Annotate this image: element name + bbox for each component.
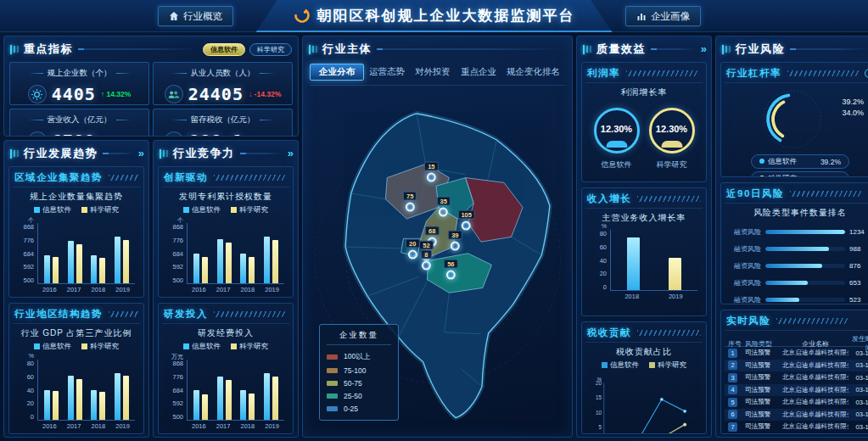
risk-table-row[interactable]: 2司法预警北京启迪卓越科技有限公司03-16 (725, 360, 868, 372)
map-marker[interactable]: 75 (403, 191, 417, 211)
chart-income-growth: 主营业务收入增长率%80604020020182019 (585, 209, 703, 300)
subpanel-title: 收入增长 (587, 193, 631, 205)
divider (651, 48, 696, 50)
top-header: 行业概览 朝阳区科创规上企业大数据监测平台 企业画像 (0, 0, 868, 32)
map-marker[interactable]: 35 (436, 197, 450, 217)
svg-text:%: % (597, 377, 602, 382)
nav-industry-overview[interactable]: 行业概览 (158, 6, 233, 26)
subpanel-profit-rate: 利润率 利润增长率 12.30%信息软件12.30%科学研究 (581, 62, 707, 182)
more-arrow[interactable]: » (288, 149, 292, 158)
panel-title: 重点指标 (24, 42, 73, 57)
divider (103, 153, 133, 154)
leverage-value-1: 39.2% (842, 97, 864, 108)
panel-title: 行业竞争力 (173, 146, 235, 161)
subpanel-innovation: 创新驱动 发明专利累计授权数量信息软件科学研究个8687766845925002… (158, 166, 294, 298)
map-legend-item: 0-25 (327, 402, 391, 415)
panel-title: 质量效益 (596, 42, 646, 57)
nav-left-label: 行业概览 (183, 10, 222, 23)
map-marker[interactable]: 8 (421, 250, 431, 271)
risk-table-row[interactable]: 5司法预警北京启迪卓越科技有限公司03-16 (725, 396, 868, 409)
risk-rank-row: 融资风险988 (726, 240, 868, 257)
panel-title-icon (583, 45, 591, 54)
filter-tag-active[interactable]: 信息软件 (203, 43, 245, 56)
map-legend-items: 100以上75-10050-7525-500-25 (327, 349, 391, 415)
risk-table-row[interactable]: 7司法预警北京启迪卓越科技有限公司03-16 (725, 421, 868, 433)
divider (377, 48, 566, 50)
chart-tax-share: 税收贡献占比信息软件科学研究20151050%2016201720182019 (585, 343, 703, 434)
map-legend-item: 25-50 (327, 389, 391, 402)
chart-risk-ranking: 风险类型事件数量排名融资风险1234融资风险988融资风险876融资风险653融… (725, 204, 868, 304)
risk-table-row[interactable]: 4司法预警北京启迪卓越科技有限公司03-16 (725, 384, 868, 397)
panel-title: 行业风险 (736, 42, 785, 57)
subpanel-title: 区域企业集聚趋势 (14, 171, 103, 184)
more-arrow[interactable]: » (701, 45, 705, 53)
stat-card: 营业收入（亿元）6789↑ 14.32% (9, 109, 149, 137)
tab-规企变化排名[interactable]: 规企变化排名 (501, 64, 565, 80)
subpanel-tax-contribution: 税收贡献 税收贡献占比信息软件科学研究20151050%201620172018… (581, 321, 707, 434)
panel-industry-main: 行业主体 企业分布运营态势对外投资重点企业规企变化排名 (302, 36, 573, 438)
panel-title-icon (160, 149, 168, 159)
tab-企业分布[interactable]: 企业分布 (310, 64, 364, 81)
hatch-decoration (214, 311, 285, 317)
hatch-decoration (787, 70, 859, 76)
hatch-decoration (626, 70, 697, 76)
risk-table-row[interactable]: 3司法预警北京启迪卓越科技有限公司03-16 (725, 371, 868, 384)
key-indicators-header: 重点指标 信息软件科学研究 (4, 36, 298, 59)
risk-rank-row: 融资风险876 (726, 257, 868, 274)
stat-delta: ↓ -14.32% (249, 90, 281, 98)
panel-title-icon (309, 45, 317, 54)
chart-enterprise-cluster: 规上企业数量集聚趋势信息软件科学研究个868776684592500201620… (13, 187, 140, 293)
hatch-decoration (214, 175, 285, 181)
profit-gauge: 12.30%科学研究 (649, 108, 695, 170)
app-title-bar: 朝阳区科创规上企业大数据监测平台 (256, 0, 613, 32)
info-icon[interactable]: i (865, 69, 868, 78)
subpanel-title: 税收贡献 (587, 327, 631, 339)
tab-运营态势[interactable]: 运营态势 (364, 64, 410, 80)
chart-legend: 信息软件科学研究 (585, 359, 703, 373)
stat-value: 666.1 (188, 131, 244, 137)
risk-table-row[interactable]: 8司法预警北京启迪卓越科技有限公司03-16 (725, 433, 868, 435)
svg-text:10: 10 (596, 410, 602, 416)
map-marker[interactable]: 105 (457, 210, 475, 231)
subpanel-title: 近90日风险 (726, 187, 784, 200)
filter-tag-inactive[interactable]: 科学研究 (249, 43, 292, 56)
stat-card: 规上企业数（个）4405↑ 14.32% (9, 62, 149, 105)
subpanel-leverage: 行业杠杆率 i 39.2% 34.0% 信息软件39.2%科学研究34.0 (720, 62, 868, 177)
industry-main-tabs: 企业分布运营态势对外投资重点企业规企变化排名 (310, 61, 565, 86)
leverage-legend: 信息软件39.2%科学研究34.0% (725, 153, 868, 177)
chart-patents: 发明专利累计授权数量信息软件科学研究个868776684592500201620… (162, 187, 289, 293)
risk-table-row[interactable]: 1司法预警北京启迪卓越科技有限公司03-16 (725, 347, 868, 360)
map-marker[interactable]: 15 (424, 161, 438, 181)
stat-delta: ↑ 14.32% (101, 90, 131, 98)
panel-quality: 质量效益 » 利润率 利润增长率 12.30%信息软件12.30%科学研究 收入… (576, 36, 712, 438)
subpanel-title: 创新驱动 (164, 171, 208, 184)
panel-competitiveness: 行业竞争力 » 创新驱动 发明专利累计授权数量信息软件科学研究个86877668… (153, 140, 299, 438)
more-arrow[interactable]: » (138, 149, 143, 158)
bar-chart-icon (636, 11, 647, 21)
subpanel-rnd: 研发投入 研发经费投入信息软件科学研究万元8687766845925002016… (158, 303, 294, 434)
stat-card: 留存税收（亿元）¥666.1↓ -14.32% (153, 109, 293, 137)
nav-enterprise-profile[interactable]: 企业画像 (625, 6, 701, 26)
subpanel-title: 行业地区结构趋势 (14, 308, 103, 321)
district-map: 15753510568392052856 企业数量 100以上75-10050-… (305, 86, 569, 434)
logo-icon (294, 7, 311, 24)
map-marker[interactable]: 56 (444, 260, 457, 280)
map-marker[interactable]: 20 (406, 238, 419, 259)
map-legend-item: 100以上 (327, 349, 391, 364)
leverage-values: 39.2% 34.0% (842, 97, 864, 119)
panel-title-icon (722, 45, 731, 54)
leverage-legend-item: 信息软件39.2% (751, 154, 849, 169)
panel-industry-trend: 行业发展趋势 » 区域企业集聚趋势 规上企业数量集聚趋势信息软件科学研究个868… (3, 140, 149, 438)
tax-icon: ¥ (165, 131, 183, 137)
profit-gauges: 12.30%信息软件12.30%科学研究 (585, 99, 703, 170)
chart-gdp-share: 行业 GDP 占第三产业比例信息软件科学研究%80604020020162017… (13, 324, 140, 430)
map-legend: 企业数量 100以上75-10050-7525-500-25 (319, 324, 399, 421)
risk-table-row[interactable]: 6司法预警北京启迪卓越科技有限公司03-16 (725, 409, 868, 421)
tab-对外投资[interactable]: 对外投资 (410, 64, 456, 80)
map-legend-item: 75-100 (327, 364, 391, 377)
risk-rank-row: 融资风险523 (726, 291, 868, 304)
map-marker[interactable]: 39 (448, 231, 462, 251)
tab-重点企业[interactable]: 重点企业 (456, 64, 501, 80)
subpanel-income-growth: 收入增长 主营业务收入增长率%80604020020182019 (581, 187, 707, 316)
hatch-decoration (109, 175, 138, 181)
